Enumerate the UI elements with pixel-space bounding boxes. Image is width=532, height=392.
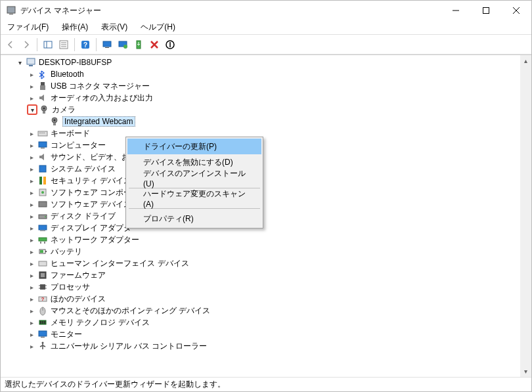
- tree-item-network-adapters[interactable]: ▸ネットワーク アダプター: [3, 234, 520, 246]
- tree-root[interactable]: ▾ DESKTOP-IB8UFSP: [3, 56, 520, 68]
- close-button[interactable]: [501, 1, 531, 20]
- scroll-down-icon[interactable]: ▾: [520, 366, 531, 377]
- chevron-right-icon[interactable]: ▸: [27, 164, 36, 173]
- chevron-right-icon[interactable]: ▸: [27, 93, 36, 102]
- svg-rect-35: [41, 148, 45, 148]
- chevron-down-icon[interactable]: ▾: [15, 58, 24, 67]
- tree-item-memory-tech[interactable]: ▸メモリ テクノロジ デバイス: [3, 316, 520, 328]
- camera-icon: [49, 116, 60, 127]
- chevron-right-icon[interactable]: ▸: [27, 200, 36, 209]
- svg-rect-1: [9, 14, 13, 14]
- menu-item-update-driver[interactable]: ドライバーの更新(P): [127, 139, 261, 154]
- tree-item-integrated-webcam[interactable]: Integrated Webcam: [3, 116, 520, 127]
- processor-icon: [37, 282, 48, 292]
- tree-item-usb-controllers[interactable]: ▸ユニバーサル シリアル バス コントローラー: [3, 340, 520, 352]
- keyboard-icon: [37, 128, 48, 139]
- enable-device-button[interactable]: [131, 37, 146, 52]
- unknown-icon: ?: [37, 294, 48, 304]
- tree-item-audio[interactable]: ▸オーディオの入力および出力: [3, 92, 520, 104]
- svg-rect-67: [44, 321, 45, 324]
- bluetooth-icon: [37, 69, 48, 79]
- chevron-right-icon[interactable]: ▸: [27, 341, 36, 351]
- menu-item-uninstall-device[interactable]: デバイスのアンインストール(U): [127, 170, 261, 186]
- chevron-right-icon[interactable]: ▸: [27, 235, 36, 244]
- chevron-right-icon[interactable]: ▸: [27, 188, 36, 197]
- speaker-icon: [37, 93, 48, 103]
- scan-hardware-button[interactable]: [100, 37, 114, 52]
- toolbar-separator: [96, 38, 97, 51]
- menu-item-scan-hardware[interactable]: ハードウェア変更のスキャン(A): [127, 190, 261, 206]
- chevron-right-icon[interactable]: ▸: [27, 129, 36, 138]
- svg-rect-54: [41, 273, 45, 277]
- window-title: デバイス マネージャー: [20, 5, 441, 16]
- menu-file[interactable]: ファイル(F): [5, 20, 51, 34]
- svg-rect-31: [39, 133, 41, 133]
- window-controls: [441, 1, 531, 20]
- maximize-button[interactable]: [471, 1, 501, 20]
- usb-icon: [37, 341, 48, 351]
- uninstall-device-button[interactable]: [147, 37, 162, 52]
- chevron-right-icon[interactable]: ▸: [27, 282, 36, 292]
- vertical-scrollbar[interactable]: ▴ ▾: [520, 55, 531, 377]
- forward-button[interactable]: [19, 37, 33, 52]
- tree-item-firmware[interactable]: ▸ファームウェア: [3, 269, 520, 281]
- monitor-icon: [37, 329, 48, 339]
- chevron-right-icon[interactable]: ▸: [27, 223, 36, 232]
- security-icon: [37, 175, 48, 186]
- chevron-right-icon[interactable]: ▸: [27, 271, 36, 280]
- chevron-right-icon[interactable]: ▸: [27, 259, 36, 268]
- svg-rect-23: [40, 85, 45, 90]
- chevron-right-icon[interactable]: ▸: [27, 247, 36, 256]
- scroll-track[interactable]: [520, 66, 531, 366]
- scroll-up-icon[interactable]: ▴: [520, 55, 531, 66]
- svg-rect-0: [7, 7, 15, 13]
- svg-rect-34: [39, 142, 47, 147]
- svg-rect-55: [40, 284, 45, 290]
- chevron-right-icon[interactable]: ▸: [27, 152, 36, 162]
- tree-item-camera[interactable]: ▾カメラ: [3, 104, 520, 116]
- help-button[interactable]: ?: [78, 37, 93, 52]
- chevron-right-icon[interactable]: ▸: [27, 330, 36, 339]
- tree-item-usb-connector[interactable]: ▸USB コネクタ マネージャー: [3, 80, 520, 92]
- memory-icon: [37, 317, 48, 328]
- firmware-icon: [37, 270, 48, 280]
- chevron-right-icon[interactable]: ▸: [27, 294, 36, 303]
- tree-item-processors[interactable]: ▸プロセッサ: [3, 281, 520, 293]
- menu-help[interactable]: ヘルプ(H): [138, 20, 178, 34]
- svg-rect-47: [40, 242, 41, 244]
- update-driver-button[interactable]: [116, 37, 130, 52]
- svg-rect-36: [39, 165, 46, 172]
- minimize-button[interactable]: [441, 1, 471, 20]
- chevron-right-icon[interactable]: ▸: [27, 176, 36, 185]
- back-button[interactable]: [3, 37, 18, 52]
- tree-item-bluetooth[interactable]: ▸Bluetooth: [3, 68, 520, 80]
- chevron-right-icon[interactable]: ▸: [27, 141, 36, 150]
- svg-rect-37: [39, 177, 42, 185]
- tree-item-other-devices[interactable]: ▸?ほかのデバイス: [3, 293, 520, 305]
- disable-device-button[interactable]: [163, 37, 177, 52]
- svg-point-40: [41, 191, 44, 194]
- svg-rect-45: [40, 230, 45, 231]
- show-hidden-button[interactable]: [41, 37, 55, 52]
- menu-action[interactable]: 操作(A): [59, 20, 91, 34]
- software-icon: [37, 199, 48, 209]
- chevron-right-icon[interactable]: ▸: [27, 306, 36, 315]
- svg-rect-32: [41, 133, 43, 133]
- chevron-right-icon[interactable]: ▸: [27, 81, 36, 91]
- menu-item-properties[interactable]: プロパティ(R): [127, 211, 261, 227]
- tree-item-hid[interactable]: ▸ヒューマン インターフェイス デバイス: [3, 257, 520, 269]
- chevron-right-icon[interactable]: ▸: [27, 70, 36, 79]
- menubar: ファイル(F) 操作(A) 表示(V) ヘルプ(H): [1, 20, 531, 35]
- svg-rect-26: [43, 111, 45, 114]
- svg-point-43: [45, 216, 46, 217]
- tree-item-batteries[interactable]: ▸バッテリ: [3, 246, 520, 257]
- tree-item-monitors[interactable]: ▸モニター: [3, 328, 520, 340]
- menu-view[interactable]: 表示(V): [99, 20, 130, 34]
- chevron-down-icon[interactable]: ▾: [27, 104, 37, 115]
- chevron-right-icon[interactable]: ▸: [27, 318, 36, 327]
- svg-rect-65: [40, 321, 41, 324]
- chevron-right-icon[interactable]: ▸: [27, 211, 36, 221]
- tree-item-mice[interactable]: ▸マウスとそのほかのポインティング デバイス: [3, 305, 520, 316]
- status-text: 選択したデバイスのドライバー更新ウィザードを起動します。: [5, 379, 225, 390]
- properties-button[interactable]: [56, 37, 71, 52]
